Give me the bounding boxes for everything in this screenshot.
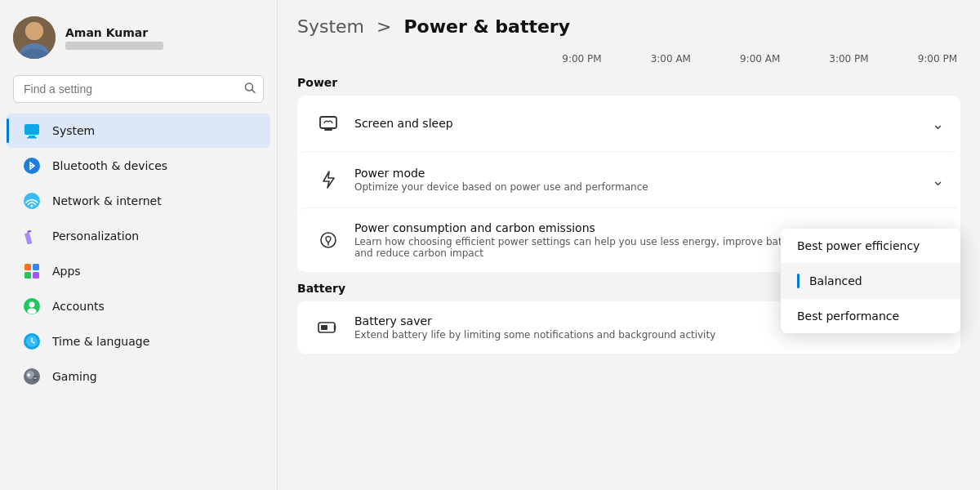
dropdown-option-label: Best performance	[797, 310, 899, 323]
sidebar-item-network[interactable]: Network & internet	[7, 184, 270, 218]
svg-rect-18	[33, 272, 39, 278]
power-mode-desc: Optimize your device based on power use …	[354, 181, 828, 193]
sidebar-item-label: Time & language	[52, 335, 149, 348]
sidebar-item-gaming[interactable]: Gaming	[7, 359, 270, 394]
battery-saver-desc: Extend battery life by limiting some not…	[354, 329, 828, 341]
search-box[interactable]	[13, 75, 264, 103]
svg-point-30	[35, 377, 37, 379]
network-icon	[23, 192, 41, 210]
user-name: Aman Kumar	[65, 26, 163, 39]
sidebar-item-accounts[interactable]: Accounts	[7, 289, 270, 323]
screen-sleep-row[interactable]: Screen and sleep ⌄	[297, 96, 960, 151]
dropdown-option-label: Balanced	[809, 274, 862, 287]
sidebar-item-system[interactable]: System	[7, 114, 270, 148]
svg-point-29	[33, 377, 35, 379]
dropdown-option-balanced[interactable]: Balanced	[781, 263, 960, 299]
svg-point-21	[28, 309, 37, 314]
power-mode-row[interactable]: Power mode Optimize your device based on…	[297, 151, 960, 207]
time-label-4: 3:00 PM	[829, 53, 868, 65]
svg-rect-8	[29, 136, 35, 137]
svg-rect-9	[27, 137, 37, 139]
sidebar-item-personalization[interactable]: Personalization	[7, 219, 270, 253]
time-bar: 9:00 PM 3:00 AM 9:00 AM 3:00 PM 9:00 PM	[297, 53, 960, 65]
power-mode-text: Power mode Optimize your device based on…	[354, 167, 932, 193]
svg-point-20	[29, 302, 35, 308]
screen-sleep-action[interactable]: ⌄	[932, 115, 944, 132]
battery-saver-text: Battery saver Extend battery life by lim…	[354, 314, 831, 341]
time-label-3: 9:00 AM	[740, 53, 780, 65]
search-icon	[244, 82, 256, 96]
time-label-2: 3:00 AM	[651, 53, 691, 65]
bluetooth-icon	[23, 157, 41, 175]
svg-rect-15	[24, 264, 31, 270]
chevron-down-icon: ⌄	[932, 172, 944, 189]
selected-indicator	[797, 274, 800, 288]
dropdown-option-label: Best power efficiency	[797, 239, 920, 252]
sidebar-item-label: Bluetooth & devices	[52, 159, 167, 172]
nav-list: System Bluetooth & devices	[0, 113, 277, 490]
main-content: System > Power & battery 9:00 PM 3:00 AM…	[278, 0, 980, 490]
svg-point-12	[31, 205, 33, 207]
screen-sleep-text: Screen and sleep	[354, 117, 932, 130]
svg-rect-35	[321, 325, 327, 330]
time-label-5: 9:00 PM	[918, 53, 957, 65]
sidebar: Aman Kumar System	[0, 0, 278, 490]
screen-sleep-icon	[314, 109, 343, 138]
svg-rect-16	[33, 264, 39, 270]
avatar	[13, 16, 56, 59]
svg-rect-14	[27, 230, 31, 233]
personalization-icon	[23, 227, 41, 245]
svg-rect-31	[320, 117, 336, 128]
sidebar-item-apps[interactable]: Apps	[7, 254, 270, 288]
power-consumption-desc: Learn how choosing efficient power setti…	[354, 236, 828, 259]
svg-rect-17	[24, 272, 31, 278]
svg-rect-28	[29, 373, 30, 376]
user-email	[65, 42, 163, 50]
sidebar-item-label: Apps	[52, 265, 81, 278]
sidebar-item-label: Accounts	[52, 300, 105, 313]
sidebar-item-label: Personalization	[52, 229, 139, 243]
breadcrumb: System > Power & battery	[297, 16, 960, 37]
breadcrumb-separator: >	[376, 16, 391, 37]
power-mode-icon	[314, 165, 343, 194]
time-label-1: 9:00 PM	[562, 53, 601, 65]
svg-rect-13	[24, 232, 32, 244]
svg-point-26	[33, 376, 38, 381]
user-profile: Aman Kumar	[0, 0, 277, 72]
battery-saver-title: Battery saver	[354, 314, 831, 327]
sidebar-item-label: Network & internet	[52, 194, 162, 207]
power-mode-dropdown: Best power efficiency Balanced Best perf…	[781, 229, 960, 333]
sidebar-item-label: System	[52, 124, 95, 137]
dropdown-option-performance[interactable]: Best performance	[781, 299, 960, 333]
svg-line-6	[252, 90, 256, 93]
power-section-label: Power	[297, 76, 960, 89]
gaming-icon	[23, 368, 41, 385]
power-consumption-icon	[314, 225, 343, 255]
power-mode-title: Power mode	[354, 167, 932, 180]
sidebar-item-bluetooth[interactable]: Bluetooth & devices	[7, 149, 270, 183]
power-mode-action[interactable]: ⌄	[932, 172, 944, 189]
sidebar-item-time[interactable]: Time & language	[7, 324, 270, 359]
screen-sleep-title: Screen and sleep	[354, 117, 932, 130]
user-info: Aman Kumar	[65, 26, 163, 50]
breadcrumb-current: Power & battery	[403, 16, 570, 37]
accounts-icon	[23, 297, 41, 315]
sidebar-item-label: Gaming	[52, 370, 97, 383]
search-input[interactable]	[13, 75, 264, 103]
battery-saver-icon	[314, 313, 343, 342]
system-icon	[23, 122, 41, 140]
svg-point-3	[25, 22, 43, 40]
svg-rect-7	[24, 124, 39, 135]
breadcrumb-parent: System	[297, 16, 364, 37]
apps-icon	[23, 262, 41, 280]
time-icon	[23, 332, 41, 350]
chevron-down-icon: ⌄	[932, 115, 944, 132]
dropdown-option-efficiency[interactable]: Best power efficiency	[781, 229, 960, 263]
